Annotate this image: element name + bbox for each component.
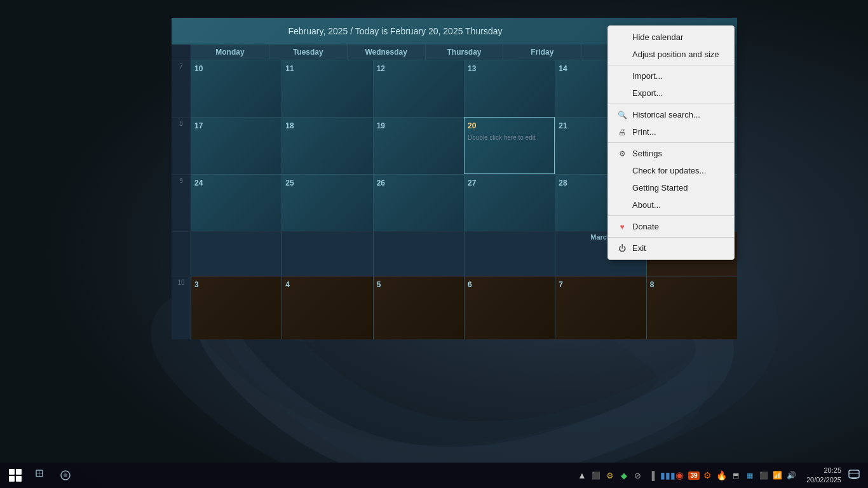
menu-item-check-updates[interactable]: Check for updates... xyxy=(608,162,734,179)
tray-icon-red[interactable]: ◉ xyxy=(674,470,686,481)
menu-item-about[interactable]: About... xyxy=(608,196,734,214)
cell-mar-5[interactable]: 5 xyxy=(373,276,464,339)
taskbar-right-area: ▲ ⬛ ⚙ ◆ ⊘ ▐ ▮▮▮ ◉ 39 ⚙ 🔥 ⬒ ▦ ⬛ 📶 🔊 20:25… xyxy=(576,466,863,485)
menu-label-adjust-position: Adjust position and size xyxy=(632,50,719,59)
menu-divider-3 xyxy=(608,142,734,143)
donate-heart-icon: ♥ xyxy=(617,222,627,231)
day-header-wednesday: Wednesday xyxy=(347,44,425,60)
menu-label-exit: Exit xyxy=(632,243,646,253)
menu-label-check-updates: Check for updates... xyxy=(632,166,706,175)
day-header-tuesday: Tuesday xyxy=(269,44,347,60)
menu-item-historical-search[interactable]: 🔍 Historical search... xyxy=(608,106,734,123)
tray-icon-green[interactable]: ⬛ xyxy=(758,471,770,480)
menu-label-getting-started: Getting Started xyxy=(632,183,688,193)
cell-feb-17[interactable]: 17 xyxy=(191,117,281,174)
week-num-header xyxy=(172,44,191,60)
menu-item-import[interactable]: Import... xyxy=(608,67,734,85)
svg-point-5 xyxy=(64,473,67,477)
cell-feb-wed-empty[interactable] xyxy=(373,231,464,276)
tray-icon-3[interactable]: ⊘ xyxy=(632,471,644,480)
cell-mar-6[interactable]: 6 xyxy=(464,276,555,339)
day-header-monday: Monday xyxy=(191,44,269,60)
cell-feb-tue-empty[interactable] xyxy=(281,231,372,276)
settings-icon: ⚙ xyxy=(617,149,627,158)
menu-label-hide-calendar: Hide calendar xyxy=(632,32,683,42)
cell-feb-24[interactable]: 24 xyxy=(191,174,281,231)
tray-icon-bars[interactable]: ▮▮▮ xyxy=(660,470,672,480)
tray-icon-plugin[interactable]: ⬒ xyxy=(730,471,742,480)
notification-center-button[interactable] xyxy=(845,466,863,484)
start-button[interactable] xyxy=(5,465,25,485)
windows-logo-icon xyxy=(9,469,22,482)
search-icon: 🔍 xyxy=(617,111,627,119)
week-num-10: 10 xyxy=(172,276,191,339)
menu-label-donate: Donate xyxy=(632,222,659,231)
cell-mar-3[interactable]: 3 xyxy=(191,276,281,339)
menu-item-getting-started[interactable]: Getting Started xyxy=(608,179,734,196)
print-icon: 🖨 xyxy=(617,128,627,137)
cell-feb-12[interactable]: 12 xyxy=(373,60,464,117)
tray-icon-2[interactable]: ◆ xyxy=(618,471,630,480)
cell-feb-18[interactable]: 18 xyxy=(281,117,372,174)
tray-chevron-icon[interactable]: ▲ xyxy=(576,470,588,480)
cell-feb-13[interactable]: 13 xyxy=(464,60,555,117)
menu-label-about: About... xyxy=(632,200,661,210)
tray-taskview-icon[interactable]: ⬛ xyxy=(590,471,602,480)
cell-feb-27[interactable]: 27 xyxy=(464,174,555,231)
calendar-title: February, 2025 / Today is February 20, 2… xyxy=(179,26,611,36)
taskbar: ▲ ⬛ ⚙ ◆ ⊘ ▐ ▮▮▮ ◉ 39 ⚙ 🔥 ⬒ ▦ ⬛ 📶 🔊 20:25… xyxy=(0,463,868,488)
clock-date: 20/02/2025 xyxy=(806,475,841,485)
clock-area[interactable]: 20:25 20/02/2025 xyxy=(806,466,841,485)
tray-icon-4[interactable]: ▐ xyxy=(646,471,658,480)
menu-divider-1 xyxy=(608,65,734,65)
tray-icon-wifi[interactable]: 📶 xyxy=(772,471,783,480)
menu-label-settings: Settings xyxy=(632,149,662,158)
menu-divider-5 xyxy=(608,237,734,238)
week-row-10: 10 3 4 5 6 7 8 xyxy=(172,276,737,339)
cell-mar-8[interactable]: 8 xyxy=(646,276,737,339)
menu-label-historical-search: Historical search... xyxy=(632,110,700,119)
taskbar-search-icon[interactable] xyxy=(33,467,50,484)
tray-icon-volume[interactable]: 🔊 xyxy=(786,471,797,480)
cell-feb-10[interactable]: 10 xyxy=(191,60,281,117)
cell-feb-mon-empty[interactable] xyxy=(191,231,281,276)
exit-icon: ⏻ xyxy=(617,244,627,253)
cell-feb-25[interactable]: 25 xyxy=(281,174,372,231)
menu-item-donate[interactable]: ♥ Donate xyxy=(608,218,734,235)
tray-icon-fire[interactable]: 🔥 xyxy=(716,470,728,480)
cell-mar-4[interactable]: 4 xyxy=(281,276,372,339)
svg-rect-6 xyxy=(849,470,859,478)
cell-feb-thu-empty[interactable] xyxy=(464,231,555,276)
tray-badge-39[interactable]: 39 xyxy=(688,471,700,480)
menu-item-exit[interactable]: ⏻ Exit xyxy=(608,240,734,257)
tray-icon-settings2[interactable]: ⚙ xyxy=(702,470,714,480)
week-num-8: 8 xyxy=(172,117,191,174)
march-row-spacer xyxy=(172,231,191,276)
cell-feb-26[interactable]: 26 xyxy=(373,174,464,231)
tray-icon-1[interactable]: ⚙ xyxy=(604,471,616,480)
menu-item-hide-calendar[interactable]: Hide calendar xyxy=(608,29,734,46)
tray-icon-cal[interactable]: ▦ xyxy=(744,471,756,480)
menu-item-settings[interactable]: ⚙ Settings xyxy=(608,145,734,162)
menu-item-adjust-position[interactable]: Adjust position and size xyxy=(608,46,734,63)
menu-item-export[interactable]: Export... xyxy=(608,85,734,102)
clock-time: 20:25 xyxy=(806,466,841,475)
taskbar-quick-launch xyxy=(33,467,74,484)
cell-feb-20-today[interactable]: 20 Double click here to edit xyxy=(464,117,555,174)
today-hint: Double click here to edit xyxy=(468,133,551,142)
menu-label-import: Import... xyxy=(632,71,663,81)
context-menu: Hide calendar Adjust position and size I… xyxy=(607,25,735,260)
menu-divider-2 xyxy=(608,104,734,104)
taskbar-task-view-icon[interactable] xyxy=(57,467,74,484)
cell-mar-7[interactable]: 7 xyxy=(555,276,646,339)
week-num-7: 7 xyxy=(172,60,191,117)
menu-label-print: Print... xyxy=(632,127,656,137)
menu-item-print[interactable]: 🖨 Print... xyxy=(608,123,734,140)
menu-label-export: Export... xyxy=(632,88,663,98)
week-num-9: 9 xyxy=(172,174,191,231)
day-header-thursday: Thursday xyxy=(425,44,503,60)
cell-feb-11[interactable]: 11 xyxy=(281,60,372,117)
cell-feb-19[interactable]: 19 xyxy=(373,117,464,174)
menu-divider-4 xyxy=(608,215,734,216)
system-tray: ▲ ⬛ ⚙ ◆ ⊘ ▐ ▮▮▮ ◉ 39 ⚙ 🔥 ⬒ ▦ ⬛ 📶 🔊 xyxy=(576,470,797,481)
